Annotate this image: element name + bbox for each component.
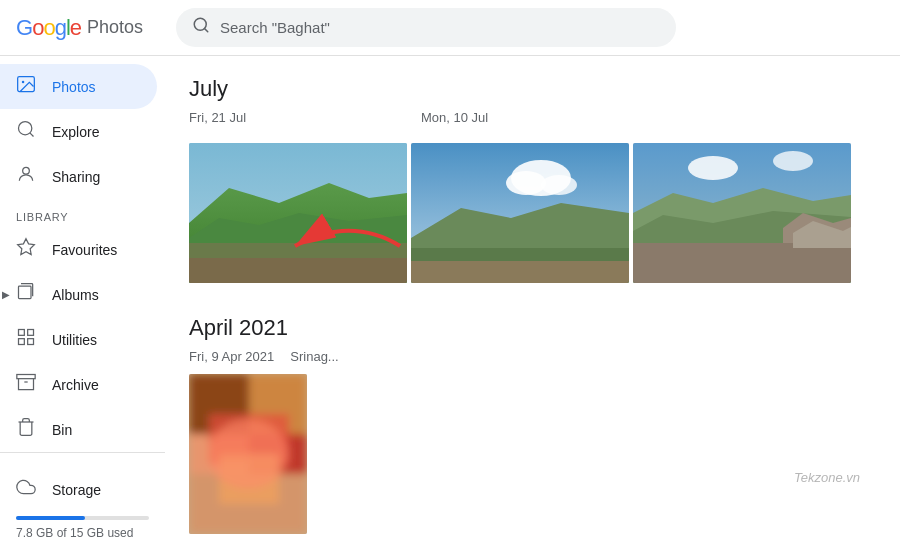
storage-label: Storage xyxy=(52,482,101,498)
albums-icon xyxy=(16,282,36,307)
sidebar-item-photos[interactable]: Photos xyxy=(0,64,157,109)
product-name: Photos xyxy=(87,17,143,38)
location-april: Srinag... xyxy=(290,349,338,364)
bin-icon xyxy=(16,417,36,442)
svg-rect-26 xyxy=(411,261,629,283)
topbar: Google Photos Search "Baghat" xyxy=(0,0,900,56)
google-logo: Google xyxy=(16,15,81,41)
svg-line-1 xyxy=(204,28,207,31)
svg-point-4 xyxy=(19,122,32,135)
svg-point-28 xyxy=(688,156,738,180)
favourites-icon xyxy=(16,237,36,262)
svg-rect-13 xyxy=(17,375,35,379)
april-photos-row xyxy=(189,374,876,534)
sidebar-item-sharing[interactable]: Sharing xyxy=(0,154,157,199)
storage-bar-fill xyxy=(16,516,85,520)
sidebar-label-sharing: Sharing xyxy=(52,169,100,185)
storage-bar xyxy=(16,516,149,520)
date-label-april: Fri, 9 Apr 2021 Srinag... xyxy=(189,349,876,364)
photo-july-1[interactable] xyxy=(189,143,407,283)
sidebar-label-favourites: Favourites xyxy=(52,242,117,258)
storage-item[interactable]: Storage xyxy=(16,469,149,510)
svg-rect-11 xyxy=(19,339,25,345)
expand-icon: ▶ xyxy=(2,289,10,300)
svg-point-22 xyxy=(506,171,546,195)
logo: Google Photos xyxy=(16,15,176,41)
svg-rect-10 xyxy=(28,330,34,336)
svg-point-23 xyxy=(541,175,577,195)
photo-july-3[interactable] xyxy=(633,143,851,283)
layout: Photos Explore Sharing LIBRARY Favourite… xyxy=(0,56,900,545)
sidebar-item-albums[interactable]: ▶ Albums xyxy=(0,272,157,317)
main-content: July Fri, 21 Jul Mon, 10 Jul xyxy=(165,56,900,545)
svg-rect-8 xyxy=(19,286,32,299)
section-july: July Fri, 21 Jul Mon, 10 Jul xyxy=(189,76,876,283)
photo-april-1[interactable] xyxy=(189,374,307,534)
sidebar-item-favourites[interactable]: Favourites xyxy=(0,227,157,272)
storage-cloud-icon xyxy=(16,477,36,502)
date-label-july-10: Mon, 10 Jul xyxy=(421,110,876,125)
sidebar-item-bin[interactable]: Bin xyxy=(0,407,157,452)
sidebar-item-utilities[interactable]: Utilities xyxy=(0,317,157,362)
svg-marker-7 xyxy=(18,239,35,255)
sidebar-label-explore: Explore xyxy=(52,124,99,140)
section-title-april: April 2021 xyxy=(189,315,876,341)
svg-rect-19 xyxy=(189,258,407,283)
sidebar-item-archive[interactable]: Archive xyxy=(0,362,157,407)
photos-icon xyxy=(16,74,36,99)
sidebar: Photos Explore Sharing LIBRARY Favourite… xyxy=(0,56,165,545)
svg-point-29 xyxy=(773,151,813,171)
photo-july-2[interactable] xyxy=(411,143,629,283)
svg-point-3 xyxy=(22,81,24,84)
sidebar-label-bin: Bin xyxy=(52,422,72,438)
svg-point-43 xyxy=(208,419,288,489)
utilities-icon xyxy=(16,327,36,352)
explore-icon xyxy=(16,119,36,144)
archive-icon xyxy=(16,372,36,397)
svg-rect-9 xyxy=(19,330,25,336)
sidebar-label-photos: Photos xyxy=(52,79,96,95)
storage-section: Storage 7.8 GB of 15 GB used Unlock stor… xyxy=(0,452,165,545)
svg-rect-12 xyxy=(28,339,34,345)
svg-line-5 xyxy=(30,133,34,137)
section-title-july: July xyxy=(189,76,876,102)
search-icon xyxy=(192,16,210,39)
sharing-icon xyxy=(16,164,36,189)
sidebar-label-archive: Archive xyxy=(52,377,99,393)
search-placeholder: Search "Baghat" xyxy=(220,19,330,36)
sidebar-label-albums: Albums xyxy=(52,287,99,303)
july-photos-row xyxy=(189,143,876,283)
sidebar-item-explore[interactable]: Explore xyxy=(0,109,157,154)
search-bar[interactable]: Search "Baghat" xyxy=(176,8,676,47)
sidebar-label-utilities: Utilities xyxy=(52,332,97,348)
svg-rect-32 xyxy=(633,243,851,283)
section-april2021: April 2021 Fri, 9 Apr 2021 Srinag... xyxy=(189,315,876,534)
date-label-july-21: Fri, 21 Jul xyxy=(189,110,409,125)
storage-used-text: 7.8 GB of 15 GB used xyxy=(16,526,149,540)
library-section-label: LIBRARY xyxy=(0,199,165,227)
svg-point-6 xyxy=(23,167,30,174)
